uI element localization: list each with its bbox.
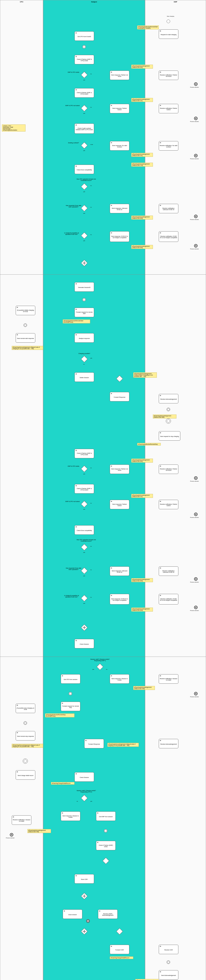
intermediate-event-emp-cdr [167, 960, 170, 964]
task-generate-session: ⚙Generate SessionID [75, 282, 94, 292]
envelope-icon: ✉ [160, 232, 161, 234]
end-event-abort-6 [194, 476, 198, 480]
note-ack-no-contract: eRoamingAcknowledgement (StatusCode xxx) [131, 153, 153, 157]
task-resp-unknown-evse-b: ✉Send response: Unknown EVSE ID [110, 566, 129, 576]
label-none: none [90, 144, 93, 145]
abort-label-7: Process aborted [190, 517, 202, 518]
gear-icon: ⚙ [97, 842, 98, 843]
envelope-icon: ✉ [160, 501, 161, 502]
envelope-icon: ✉ [160, 740, 161, 741]
task-resp-session-invalid-2: ✉Send response: Session is invalid [61, 811, 80, 821]
abort-label-1: Process aborted [190, 87, 202, 88]
envelope-icon: ✉ [13, 816, 14, 818]
gw-label-session-valid: Session valid? (Session exists? Requesti… [88, 659, 112, 661]
envelope-icon: ✉ [111, 105, 112, 107]
gear-icon: ⚙ [75, 640, 77, 641]
task-cpo-possible-stop: ✉(If possible) stop charging on Evse [16, 704, 35, 713]
label-no-2: no [90, 107, 92, 108]
gear-icon: ⚙ [75, 56, 77, 57]
envelope-icon: ✉ [17, 771, 18, 773]
label-yes-6: yes [83, 240, 85, 241]
task-get-cpo: ✉Get CPO from EvseID [75, 31, 94, 41]
note-ack-000a: eRoamingAcknowledgement (StatusCode 000) [153, 415, 176, 418]
note-remote-stop: eRoamingAuthorizeRemoteStop [137, 443, 161, 445]
note-ack-xxx-a: eRoamingAcknowledgement (StatusCode xxx) [131, 98, 153, 102]
envelope-icon: ✉ [160, 395, 161, 396]
note-emp-ack-000b: eRoamingAcknowledgement (StatusCode 000) [135, 979, 159, 980]
gw-label-charging: Charging possible? [75, 353, 94, 354]
note-ack-400a: eRoamingAcknowledgement (StatusCode 400) [133, 686, 155, 690]
envelope-icon: ✉ [160, 142, 161, 144]
note-cpo-remote-stop: eRoamingAuthorizeRemoteStop (fromHBS=tru… [45, 713, 75, 718]
intermediate-event-cpo-1 [24, 323, 27, 327]
task-forward-remote-start: ✉Forward request for remote start [75, 308, 94, 317]
gw-label-partner2: EMP & CPO exists [65, 466, 82, 467]
envelope-icon: ✉ [85, 740, 87, 741]
note-ack-chg-np: eRoamingAcknowledgement (StatusCodes if … [133, 372, 157, 378]
label-no-10: no [90, 546, 92, 547]
envelope-icon: ✉ [160, 105, 161, 107]
envelope-icon: ✉ [17, 334, 18, 336]
abort-label-3: Process aborted [190, 158, 202, 159]
label-yes-10: yes [83, 552, 85, 553]
gear-icon: ⚙ [75, 485, 77, 487]
end-event-h-close [86, 919, 90, 923]
label-no-1: no [90, 73, 92, 75]
gw-label-hubcompat-2: Is HubjectCompatible at uploaded Evse tr… [63, 595, 80, 598]
task-check-session-2: ⚙Check Session [75, 772, 94, 782]
lane-hubject: Hubject [43, 0, 145, 980]
separator-1 [0, 274, 206, 275]
abort-label-cpo: Process aborted [6, 837, 18, 838]
task-emp-notif-unknown-evse-a: ✉Receive notification: Unknown EVSE ID [159, 204, 178, 213]
abort-label-9: Process aborted [190, 610, 202, 611]
task-get-cpo-session: ⚙Get CPO from session [61, 674, 80, 684]
task-cpo-send-cdr: ✉Send charge detail record [16, 770, 35, 780]
timer-event-cpo [23, 759, 28, 764]
gw-label-hubcompat: Is HubjectCompatible at uploaded Evse tr… [63, 232, 80, 235]
intermediate-event-cpo-stop [24, 721, 27, 725]
note-remote-start: eRoamingAuthorizeRemoteStart (mandatory:… [137, 25, 159, 29]
envelope-icon: ✉ [160, 971, 161, 973]
task-resp-locked: ✉Send response: Partner locked [110, 104, 129, 113]
task-emp-notif-locked: ✉Receive notification: Partner locked [159, 104, 178, 113]
task-emp-send-stop-req: ✉Send request for stop charging [159, 431, 180, 441]
gw-label-session-valid-2: Session valid? (Session exists? Requesti… [75, 790, 98, 792]
start-event [167, 20, 170, 23]
envelope-icon: ✉ [160, 432, 161, 434]
envelope-icon: ✉ [17, 705, 18, 706]
gw-label-locked2: EMP & CPO not locked [64, 501, 81, 502]
task-check-partner-3: ⚙Check if Partner (EMP) exists [96, 841, 116, 850]
abort-label-8: Process aborted [190, 582, 202, 583]
note-ack-501b: eRoamingAcknowledgement (StatusCode 501) [131, 459, 153, 463]
end-event-abort-8 [194, 577, 198, 581]
task-resp-locked-2: ✉Send response: Partner locked [110, 500, 129, 509]
abort-label-6: Process aborted [190, 480, 202, 482]
note-ack-603b: eRoamingAcknowledgement (StatusCode 603) [131, 578, 153, 582]
note-cpo-criteria: Criteria: CPOSubscriber: EMPServiceType:… [2, 124, 26, 132]
end-event-abort-2 [194, 117, 198, 120]
lane-header-cpo: CPO [0, 1, 43, 3]
envelope-icon: ✉ [111, 595, 112, 597]
envelope-icon: ✉ [111, 675, 112, 677]
envelope-icon: ✉ [160, 567, 161, 569]
gear-icon: ⚙ [75, 373, 77, 375]
note-remote-start-hbs: eRoamingAuthorizeRemoteStart (fromHBS=tr… [63, 320, 90, 323]
task-check-locked-2: ⚙Check if Partner (EMP or CPO) locked [75, 484, 94, 493]
task-emp-receive-ack-a: ✉Receive Acknowledgement [159, 394, 178, 403]
envelope-icon: ✉ [62, 812, 63, 814]
envelope-icon: ✉ [17, 307, 18, 308]
label-yes-4: yes [83, 191, 85, 192]
note-ack-604b: eRoamingAcknowledgement (StatusCode 604) [131, 608, 153, 611]
envelope-icon: ✉ [111, 393, 112, 395]
envelope-icon: ✉ [75, 32, 77, 34]
task-emp-receive-ack-b: ✉Receive Acknowledgement [159, 739, 178, 748]
intermediate-event-h-stop [69, 692, 72, 695]
task-get-emp-session: ⚙Get EMP from session [96, 811, 116, 821]
label-yes-2: yes [83, 113, 85, 114]
label-no-13: no [106, 669, 107, 670]
label-no-12: no [90, 597, 92, 598]
note-cpo-ack-400: eRoamingAcknowledgement (StatusCode 400) [27, 829, 51, 833]
envelope-icon: ✉ [111, 567, 112, 569]
task-resp-no-contract: ✉Send response: No valid contract [110, 141, 129, 151]
intermediate-event-emp-a [167, 408, 170, 411]
